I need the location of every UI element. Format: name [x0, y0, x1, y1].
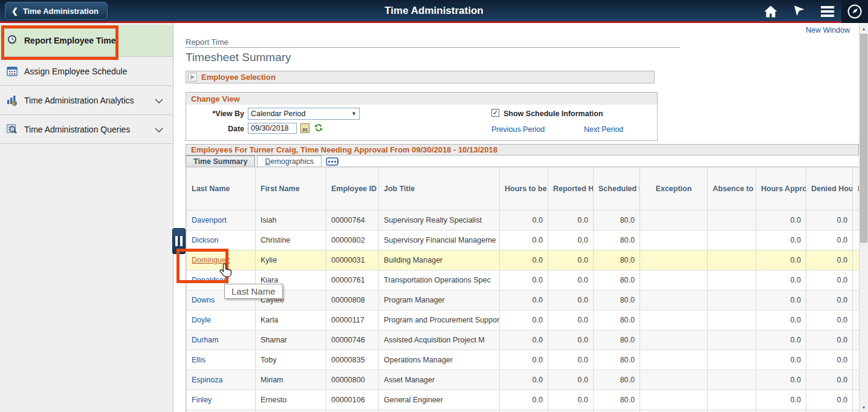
table-row-finley: FinleyErnesto00000106General Engineer0.0… — [187, 390, 860, 410]
main-content: New Window Report Time Timesheet Summary… — [173, 23, 859, 412]
page-header-title: Time Administration — [0, 5, 868, 17]
select-dropdown-arrow-icon: ▼ — [351, 111, 357, 117]
sidebar-item-label: Time Administration Analytics — [24, 96, 134, 105]
last-name-link[interactable]: Downs — [192, 296, 215, 304]
tabs: Time SummaryDemographics — [186, 155, 323, 166]
header-icons — [756, 0, 868, 23]
last-name-link[interactable]: Durham — [192, 336, 218, 344]
back-chevron-icon: ❮ — [11, 7, 18, 16]
last-name-link[interactable]: Ellis — [192, 356, 206, 364]
column-header-denied-hours: Denied Hours — [806, 168, 853, 211]
sidebar-resize-handle[interactable] — [172, 228, 186, 254]
previous-period-link[interactable]: Previous Period — [491, 125, 545, 134]
table-row-espinoza: EspinozaMiriam00000800Asset Manager0.00.… — [187, 370, 860, 390]
sidebar: Report Employee TimeAssign Employee Sche… — [0, 23, 173, 412]
employee-selection-section[interactable]: Employee Selection — [186, 71, 655, 83]
last-name-link[interactable]: Finley — [192, 396, 212, 404]
refresh-icon[interactable] — [314, 123, 323, 135]
app-root: ❮ Time Administration Time Administratio… — [0, 0, 868, 412]
top-header: ❮ Time Administration Time Administratio… — [0, 0, 868, 23]
table-row-dickson: DicksonChristine00000802Supervisory Fina… — [187, 231, 860, 250]
tab-time-summary[interactable]: Time Summary — [186, 155, 255, 166]
chevron-down-icon — [155, 95, 163, 106]
calendar-picker-icon[interactable]: 31 — [300, 123, 309, 133]
sidebar-item-time-administration-queries[interactable]: Time Administration Queries — [0, 115, 173, 144]
back-button[interactable]: ❮ Time Administration — [5, 2, 108, 20]
table-row-donaldson: DonaldsonKiara00000761Transportation Ope… — [187, 270, 860, 290]
employees-group-header: Employees For Turner Craig, Time Needing… — [186, 144, 859, 155]
view-by-label: *View By — [190, 110, 244, 118]
change-view-title: Change View — [186, 93, 657, 105]
tab-demographics[interactable]: Demographics — [257, 155, 322, 166]
employees-grid: Last NameFirst NameEmployee IDJob TitleH… — [186, 166, 859, 412]
last-name-link[interactable]: Dickson — [192, 236, 218, 244]
breadcrumb-divider — [186, 47, 680, 48]
employee-selection-label: Employee Selection — [201, 73, 276, 82]
clock-icon — [6, 34, 19, 47]
new-window-link[interactable]: New Window — [806, 26, 850, 34]
sidebar-item-label: Time Administration Queries — [24, 125, 130, 134]
flag-icon[interactable] — [785, 0, 813, 23]
query-search-icon — [6, 123, 19, 136]
breadcrumb: Report Time — [186, 38, 228, 47]
vertical-scrollbar[interactable]: ▲ ▼ — [859, 23, 868, 412]
bar-chart-icon — [6, 94, 19, 106]
page-title: Timesheet Summary — [186, 51, 291, 64]
scrollbar-thumb[interactable] — [860, 34, 867, 243]
change-view-body: *View By Calendar Period ▼ Date 09/30/20… — [186, 105, 657, 140]
date-label: Date — [190, 125, 244, 133]
column-header-absence-to-be-approved: Absence to be Approved — [708, 168, 756, 211]
tab-label: Demographics — [265, 157, 314, 166]
table-row-ellis: EllisToby00000835Operations Manager0.00.… — [187, 350, 860, 370]
table-row-davenport: DavenportIsiah00000764Supervisory Realty… — [187, 211, 860, 231]
column-header-last-name: Last Name — [187, 168, 256, 211]
tab-label: Time Summary — [193, 157, 247, 166]
sidebar-item-label: Report Employee Time — [24, 36, 115, 45]
last-name-link[interactable]: Espinoza — [192, 376, 222, 384]
navbar-compass-icon[interactable] — [841, 0, 868, 23]
show-schedule-checkbox[interactable]: ✓ — [491, 109, 499, 117]
table-row-dominguez: DominguezKylie00000031Building Manager0.… — [187, 250, 860, 270]
table-row-doyle: DoyleKarla00000117Program and Procuremen… — [187, 310, 860, 330]
show-all-columns-icon[interactable] — [326, 157, 340, 166]
change-view-groupbox: Change View *View By Calendar Period ▼ D… — [186, 92, 658, 141]
column-header-employee-id: Employee ID — [326, 168, 379, 211]
chevron-down-icon — [155, 124, 163, 135]
last-name-link[interactable]: Dominguez — [192, 256, 230, 264]
menu-icon[interactable] — [813, 0, 841, 23]
table-row-durham: DurhamShamar00000746Assisted Acquisition… — [187, 330, 860, 350]
column-header-reported-hours: Reported Hours — [548, 168, 594, 211]
tab-bar: Time SummaryDemographics — [186, 155, 340, 166]
last-name-link[interactable]: Doyle — [192, 316, 211, 324]
show-schedule-label: Show Schedule Information — [504, 110, 603, 118]
view-by-select[interactable]: Calendar Period ▼ — [248, 108, 360, 120]
column-header-hours-to-be-approved: Hours to be Approved — [500, 168, 548, 211]
date-input[interactable]: 09/30/2018 — [248, 123, 297, 134]
table-row-downs: DownsCaylee00000808Program Manager0.00.0… — [187, 290, 860, 310]
sidebar-item-report-employee-time[interactable]: Report Employee Time — [0, 25, 173, 57]
calendar-icon — [6, 65, 19, 77]
scrollbar-up-arrow[interactable]: ▲ — [860, 24, 868, 33]
home-icon[interactable] — [756, 0, 785, 23]
column-header-i: I — [853, 168, 860, 211]
view-by-value: Calendar Period — [251, 110, 305, 118]
column-header-scheduled-hours: Scheduled Hours — [594, 168, 640, 211]
expand-arrow-icon[interactable] — [188, 73, 197, 82]
sidebar-item-time-administration-analytics[interactable]: Time Administration Analytics — [0, 86, 173, 115]
column-header-first-name: First Name — [256, 168, 326, 211]
sidebar-item-label: Assign Employee Schedule — [24, 67, 127, 76]
last-name-link[interactable]: Davenport — [192, 216, 227, 224]
last-name-link[interactable]: Donaldson — [192, 276, 228, 284]
sidebar-item-assign-employee-schedule[interactable]: Assign Employee Schedule — [0, 57, 173, 86]
column-header-hours-approved-or-submitted: Hours Approved or Submitted — [756, 168, 806, 211]
table-row-partial — [187, 410, 860, 412]
scrollbar-down-arrow[interactable]: ▼ — [860, 403, 868, 412]
next-period-link[interactable]: Next Period — [584, 125, 623, 134]
sidebar-menu: Report Employee TimeAssign Employee Sche… — [0, 25, 173, 144]
column-header-job-title: Job Title — [379, 168, 500, 211]
back-button-label: Time Administration — [23, 7, 99, 16]
column-header-exception: Exception — [640, 168, 708, 211]
